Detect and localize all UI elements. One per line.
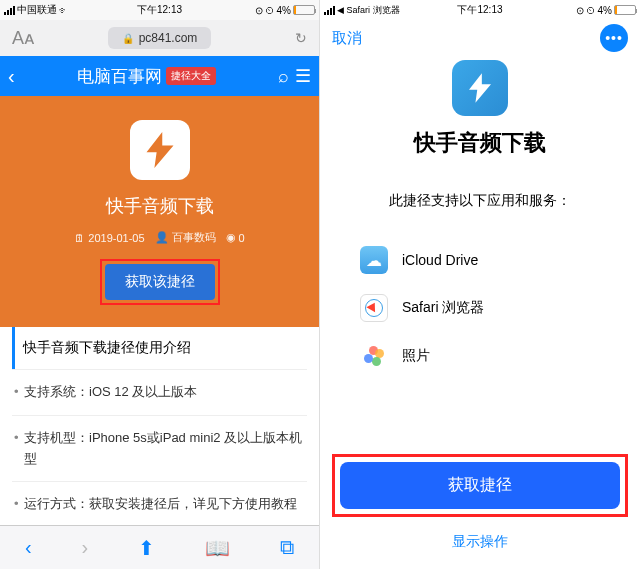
reload-icon[interactable]: ↻ [295,30,307,46]
reader-toggle-icon[interactable]: Aᴀ [12,27,35,49]
shortcut-logo [130,120,190,180]
app-label: 照片 [402,347,430,365]
back-icon[interactable]: ‹ [8,65,15,88]
signal-icon [324,6,335,15]
list-item: 支持系统：iOS 12 及以上版本 [12,369,307,415]
cancel-button[interactable]: 取消 [332,29,362,48]
status-time: 下午12:13 [457,3,502,17]
get-shortcut-button[interactable]: 获取该捷径 [105,264,215,300]
site-badge[interactable]: 捷径大全 [166,67,216,85]
supported-apps: ☁ iCloud Drive Safari 浏览器 照片 [320,236,640,380]
support-text: 此捷径支持以下应用和服务： [320,178,640,236]
shortcut-icon [452,60,508,116]
left-screen: 中国联通 ᯤ 下午12:13 ⊙ ⏲ 4% Aᴀ 🔒 pc841.com ↻ ‹… [0,0,320,569]
share-icon[interactable]: ⬆︎ [138,536,155,560]
hero-meta: 🗓2019-01-05 👤百事数码 ◉0 [0,230,319,245]
hero-section: 快手音频下载 🗓2019-01-05 👤百事数码 ◉0 获取该捷径 [0,96,319,327]
right-screen: ◀ Safari 浏览器 下午12:13 ⊙ ⏲ 4% 取消 ••• 快手音频下… [320,0,640,569]
get-shortcut-button[interactable]: 获取捷径 [340,462,620,509]
battery-icon [293,5,315,15]
get-button-highlight: 获取该捷径 [100,259,220,305]
app-photos: 照片 [360,332,600,380]
views-icon: ◉ [226,231,236,244]
carrier-label: 中国联通 [17,3,57,17]
shortcuts-nav: 取消 ••• [320,20,640,56]
lock-icon: 🔒 [122,33,134,44]
author-icon: 👤 [155,231,169,244]
photos-icon [360,342,388,370]
list-item: 支持机型：iPhone 5s或iPad mini2 及以上版本机型 [12,415,307,482]
bottom-actions: 获取捷径 显示操作 [320,454,640,557]
battery-icon [614,5,636,15]
safari-toolbar: ‹ › ⬆︎ 📖 ⧉ [0,525,319,569]
app-label: iCloud Drive [402,252,478,268]
app-safari: Safari 浏览器 [360,284,600,332]
shortcut-hero: 快手音频下载 [320,56,640,178]
calendar-icon: 🗓 [74,232,85,244]
nav-back-icon[interactable]: ‹ [25,536,32,559]
site-name[interactable]: 电脑百事网 [77,65,162,88]
get-button-highlight: 获取捷径 [332,454,628,517]
menu-icon[interactable]: ☰ [295,65,311,87]
bookmarks-icon[interactable]: 📖 [205,536,230,560]
icloud-icon: ☁ [360,246,388,274]
status-bar-left: 中国联通 ᯤ 下午12:13 ⊙ ⏲ 4% [0,0,319,20]
app-icloud: ☁ iCloud Drive [360,236,600,284]
status-bar-right: ◀ Safari 浏览器 下午12:13 ⊙ ⏲ 4% [320,0,640,20]
wifi-icon: ᯤ [59,5,69,16]
shortcut-title: 快手音频下载 [320,128,640,158]
tabs-icon[interactable]: ⧉ [280,536,294,559]
alarm2-icon: ⏲ [265,5,275,16]
url-field[interactable]: 🔒 pc841.com [108,27,212,49]
alarm2-icon: ⏲ [586,5,596,16]
show-actions-link[interactable]: 显示操作 [332,527,628,557]
browser-url-bar[interactable]: Aᴀ 🔒 pc841.com ↻ [0,20,319,56]
article-heading: 快手音频下载捷径使用介绍 [12,327,307,369]
status-time: 下午12:13 [137,3,182,17]
alarm-icon: ⊙ [576,5,584,16]
battery-percent: 4% [598,5,612,16]
signal-icon [4,6,15,15]
site-header: ‹ 电脑百事网 捷径大全 ⌕ ☰ [0,56,319,96]
app-label: Safari 浏览器 [402,299,484,317]
breadcrumb-app[interactable]: ◀ Safari 浏览器 [337,4,400,17]
alarm-icon: ⊙ [255,5,263,16]
url-text: pc841.com [139,31,198,45]
list-item: 运行方式：获取安装捷径后，详见下方使用教程 [12,481,307,527]
nav-forward-icon: › [82,536,89,559]
hero-title: 快手音频下载 [0,194,319,218]
battery-percent: 4% [277,5,291,16]
search-icon[interactable]: ⌕ [278,66,289,87]
more-button[interactable]: ••• [600,24,628,52]
safari-icon [360,294,388,322]
